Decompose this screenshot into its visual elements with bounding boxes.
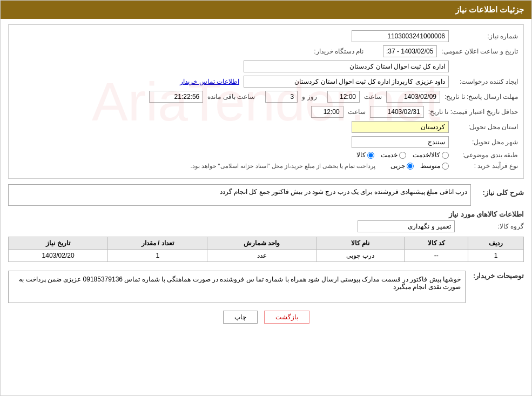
group-kala-row: گروه کالا: — [8, 220, 524, 232]
tabaqebandi-label: طبقه بندی موضوعی: — [453, 151, 518, 159]
mohlat-roz-input[interactable] — [265, 91, 298, 103]
sharh-box: درب اتاقی مبلغ پیشنهادی فروشنده برای یک … — [8, 184, 471, 206]
cell-nam-kala: درب چوبی — [316, 250, 404, 262]
hedakol-saat-input[interactable] — [311, 106, 344, 118]
table-row: 1 -- درب چوبی عدد 1 1403/02/20 — [9, 250, 524, 262]
row-ijad-konande: ایجاد کننده درخواست: اطلاعات تماس خریدار — [14, 76, 518, 88]
radio-jozi-label: جزیی — [390, 162, 405, 170]
ijad-konande-label: ایجاد کننده درخواست: — [453, 78, 518, 85]
col-tarikh-niaz: تاریخ نیاز — [9, 237, 108, 250]
nam-dastgah-label: نام دستگاه خریدار: — [299, 48, 363, 55]
kala-table-container: ردیف کد کالا نام کالا واحد شمارش تعداد /… — [8, 237, 524, 262]
radio-khadamat-input[interactable] — [399, 152, 406, 159]
sharh-label: شرح کلی نیاز: — [475, 189, 524, 197]
cell-tedad: 1 — [108, 250, 207, 262]
radio-kala-khadamat[interactable]: کالا/خدمت — [413, 151, 449, 159]
col-radif: ردیف — [468, 237, 524, 250]
group-kala-input[interactable] — [358, 220, 455, 232]
cell-tarikh: 1403/02/20 — [9, 250, 108, 262]
noe-farayand-note: پرداخت تمام یا بخشی از مبلغ خرید،از محل … — [190, 163, 375, 170]
col-vahed: واحد شمارش — [207, 237, 316, 250]
sharh-box-container: درب اتاقی مبلغ پیشنهادی فروشنده برای یک … — [8, 184, 471, 206]
tarikh-label: تاریخ و ساعت اعلان عمومی: — [441, 48, 518, 55]
tosiyat-row: توصیحات خریدار: خوشها پیش فاکتور در قسمت… — [8, 267, 524, 303]
col-tedad: تعداد / مقدار — [108, 237, 207, 250]
tosiyat-label: توصیحات خریدار: — [470, 272, 524, 280]
row-shomare-niaz: شماره نیاز: — [14, 30, 518, 42]
row-shahr: شهر محل تحویل: — [14, 136, 518, 148]
main-form-section: AriaTender.net شماره نیاز: تاریخ و ساعت … — [8, 24, 524, 179]
col-nam-kala: نام کالا — [316, 237, 404, 250]
row-mohlat: مهلت ارسال پاسخ: تا تاریخ: ساعت روز و سا… — [14, 91, 518, 103]
ostan-input[interactable] — [352, 121, 449, 133]
cell-vahed: عدد — [207, 250, 316, 262]
row-ostan: استان محل تحویل: — [14, 121, 518, 133]
page-header: جزئیات اطلاعات نیاز — [1, 1, 531, 19]
shahr-input[interactable] — [352, 136, 449, 148]
mohlat-baqi-input[interactable] — [149, 91, 203, 103]
back-button[interactable]: بازگشت — [264, 311, 309, 324]
col-kod-kala: کد کالا — [405, 237, 468, 250]
ostan-label: استان محل تحویل: — [453, 123, 518, 131]
radio-kala-khadamat-input[interactable] — [442, 152, 449, 159]
row-dastgah-value — [14, 61, 518, 72]
cell-radif: 1 — [468, 250, 524, 262]
hedakol-label: حداقل تاریخ اعتبار قیمت: تا تاریخ: — [428, 108, 518, 116]
radio-motovaset-label: متوسط — [420, 162, 440, 170]
shomare-niaz-label: شماره نیاز: — [453, 32, 518, 40]
dastgah-input[interactable] — [244, 61, 449, 72]
radio-jozi[interactable]: جزیی — [390, 162, 414, 170]
radio-jozi-input[interactable] — [407, 163, 414, 170]
sharh-row: شرح کلی نیاز: درب اتاقی مبلغ پیشنهادی فر… — [8, 184, 524, 206]
radio-motovaset[interactable]: متوسط — [420, 162, 449, 170]
mohlat-saat-label: ساعت — [364, 93, 382, 100]
mohlat-label: مهلت ارسال پاسخ: تا تاریخ: — [445, 93, 518, 100]
shahr-label: شهر محل تحویل: — [453, 138, 518, 146]
radio-kala-khadamat-label: کالا/خدمت — [413, 151, 440, 159]
page-container: جزئیات اطلاعات نیاز AriaTender.net شماره… — [0, 0, 532, 396]
tosiyat-box: خوشها پیش فاکتور در قسمت مدارک پیوستی ار… — [8, 271, 466, 303]
mohlat-baqi-label: ساعت باقی مانده — [207, 93, 255, 100]
radio-kala-label: کالا — [356, 151, 366, 159]
noe-farayand-label: نوع فرآیند خرید : — [453, 162, 518, 170]
row-tarikh-dastgah: تاریخ و ساعت اعلان عمومی: نام دستگاه خری… — [14, 45, 518, 57]
radio-khadamat[interactable]: خدمت — [381, 151, 406, 159]
radio-kala[interactable]: کالا — [356, 151, 374, 159]
contact-link[interactable]: اطلاعات تماس خریدار — [180, 78, 239, 85]
tarikh-input[interactable] — [383, 45, 437, 57]
hedakol-saat-label: ساعت — [348, 108, 366, 116]
mohlat-roz-label: روز و — [302, 93, 316, 100]
ijad-konande-input[interactable] — [244, 76, 449, 88]
tosiyat-box-container: خوشها پیش فاکتور در قسمت مدارک پیوستی ار… — [8, 267, 466, 303]
radio-kala-input[interactable] — [367, 152, 374, 159]
mohlat-saat-input[interactable] — [327, 91, 360, 103]
radio-khadamat-label: خدمت — [381, 151, 398, 159]
mohlat-date-input[interactable] — [386, 91, 440, 103]
row-tabaqebandi: طبقه بندی موضوعی: کالا/خدمت خدمت کالا — [14, 151, 518, 159]
kala-table: ردیف کد کالا نام کالا واحد شمارش تعداد /… — [8, 237, 524, 262]
noe-farayand-radio-group: متوسط جزیی — [390, 162, 449, 170]
hedakol-date-input[interactable] — [370, 106, 424, 118]
page-title: جزئیات اطلاعات نیاز — [455, 5, 524, 14]
shomare-niaz-input[interactable] — [352, 30, 449, 42]
button-row: بازگشت چاپ — [8, 311, 524, 331]
cell-kod-kala: -- — [405, 250, 468, 262]
group-kala-label: گروه کالا: — [459, 223, 524, 230]
tabaqebandi-radio-group: کالا/خدمت خدمت کالا — [356, 151, 449, 159]
radio-motovaset-input[interactable] — [442, 163, 449, 170]
kala-info-title: اطلاعات کالاهای مورد نیاز — [8, 210, 524, 218]
content-area: AriaTender.net شماره نیاز: تاریخ و ساعت … — [1, 19, 531, 337]
row-noe-farayand: نوع فرآیند خرید : متوسط جزیی پرداخت تمام… — [14, 162, 518, 170]
print-button[interactable]: چاپ — [223, 311, 258, 324]
row-hedakol: حداقل تاریخ اعتبار قیمت: تا تاریخ: ساعت — [14, 106, 518, 118]
